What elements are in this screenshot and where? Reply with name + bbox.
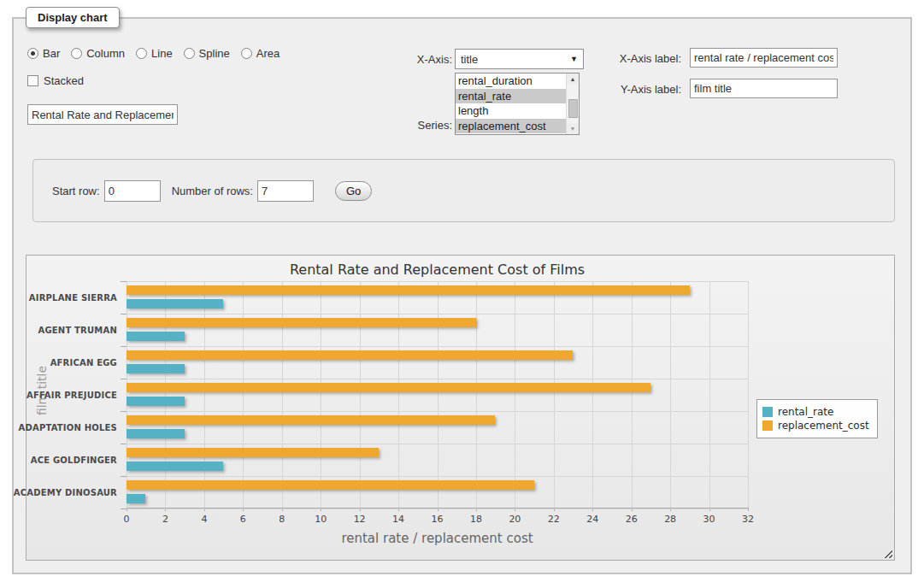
radio-label: Column xyxy=(86,47,125,60)
chart-type-option-bar[interactable]: Bar xyxy=(27,47,60,60)
x-tick-label: 22 xyxy=(548,514,560,525)
y-tick xyxy=(121,444,127,444)
series-multiselect[interactable]: rental_durationrental_ratelengthreplacem… xyxy=(455,73,580,135)
bar-rental_rate[interactable] xyxy=(127,397,185,406)
grid-line-vertical xyxy=(321,281,321,508)
grid-line-vertical xyxy=(554,281,555,508)
y-axis-label-input[interactable] xyxy=(690,79,838,98)
bar-rental_rate[interactable] xyxy=(127,461,223,471)
plot-area xyxy=(127,281,748,509)
bar-replacement_cost[interactable] xyxy=(127,448,379,457)
radio-button[interactable] xyxy=(241,48,252,59)
legend-swatch xyxy=(762,407,773,417)
y-tick xyxy=(121,379,127,379)
radio-label: Bar xyxy=(43,47,60,60)
grid-line-horizontal xyxy=(127,346,748,347)
bar-rental_rate[interactable] xyxy=(127,429,185,438)
chart-type-option-column[interactable]: Column xyxy=(71,47,125,60)
x-axis-label-field-label: X-Axis label: xyxy=(560,52,681,65)
radio-button[interactable] xyxy=(184,48,195,59)
x-tick-label: 8 xyxy=(279,514,285,525)
category-label: AGENT TRUMAN xyxy=(38,326,117,335)
row-range-panel: Start row: Number of rows: Go xyxy=(32,159,895,222)
x-tick-label: 20 xyxy=(509,514,521,525)
category-labels: AIRPLANE SIERRAAGENT TRUMANAFRICAN EGGAF… xyxy=(28,281,122,509)
chart-type-option-spline[interactable]: Spline xyxy=(184,47,230,60)
chart-type-option-area[interactable]: Area xyxy=(241,47,280,60)
x-tick-label: 24 xyxy=(586,514,598,525)
x-axis-title: rental rate / replacement cost xyxy=(127,531,748,546)
x-tick-label: 0 xyxy=(124,514,130,525)
chart-container: Rental Rate and Replacement Cost of Film… xyxy=(26,255,895,561)
x-tick xyxy=(748,508,749,511)
grid-line-horizontal xyxy=(127,379,748,379)
bar-rental_rate[interactable] xyxy=(127,364,185,373)
grid-line-vertical xyxy=(398,281,399,508)
y-tick xyxy=(121,476,127,477)
grid-line-horizontal xyxy=(127,476,748,477)
chart-title-input[interactable] xyxy=(27,104,178,125)
category-label: ACE GOLDFINGER xyxy=(31,456,117,465)
bar-replacement_cost[interactable] xyxy=(127,480,534,490)
category-label: AIRPLANE SIERRA xyxy=(29,293,117,303)
x-tick-label: 32 xyxy=(742,514,754,525)
grid-line-horizontal xyxy=(127,281,748,282)
stacked-checkbox-row[interactable]: Stacked xyxy=(27,74,84,87)
bar-replacement_cost[interactable] xyxy=(127,318,476,327)
x-tick-label: 12 xyxy=(354,514,366,525)
chart-legend: rental_ratereplacement_cost xyxy=(756,399,878,438)
chart-type-option-line[interactable]: Line xyxy=(136,47,173,60)
series-option-replacement_cost[interactable]: replacement_cost xyxy=(456,119,566,134)
series-option-rental_rate[interactable]: rental_rate xyxy=(456,89,566,104)
chart-type-radio-group: BarColumnLineSplineArea xyxy=(27,47,291,60)
grid-line-vertical xyxy=(438,281,438,508)
bar-replacement_cost[interactable] xyxy=(127,415,495,425)
num-rows-input[interactable] xyxy=(257,180,314,202)
grid-line-vertical xyxy=(165,281,166,508)
x-tick-label: 30 xyxy=(703,514,715,525)
x-axis-label: X-Axis: xyxy=(384,53,452,66)
go-button[interactable]: Go xyxy=(335,181,372,201)
x-axis-label-input[interactable] xyxy=(690,48,838,68)
bar-replacement_cost[interactable] xyxy=(127,350,573,360)
grid-line-vertical xyxy=(204,281,205,508)
radio-button[interactable] xyxy=(71,48,82,59)
grid-line-vertical xyxy=(748,281,749,508)
x-tick-label: 14 xyxy=(392,514,404,525)
x-tick-label: 28 xyxy=(664,514,676,525)
legend-item-rental_rate[interactable]: rental_rate xyxy=(762,406,869,418)
series-options: rental_durationrental_ratelengthreplacem… xyxy=(456,73,566,133)
bar-rental_rate[interactable] xyxy=(127,299,223,309)
x-tick-label: 10 xyxy=(315,514,327,525)
category-label: ACADEMY DINOSAUR xyxy=(14,488,117,497)
y-tick xyxy=(121,509,127,509)
start-row-label: Start row: xyxy=(52,185,100,197)
y-tick xyxy=(121,281,127,282)
bar-rental_rate[interactable] xyxy=(127,494,145,503)
x-tick-label: 4 xyxy=(201,514,207,525)
grid-line-vertical xyxy=(360,281,361,508)
start-row-input[interactable] xyxy=(104,180,161,202)
bar-rental_rate[interactable] xyxy=(127,332,185,341)
resize-handle-icon[interactable] xyxy=(883,549,892,558)
series-option-rental_duration[interactable]: rental_duration xyxy=(456,73,566,89)
y-tick xyxy=(121,346,127,347)
legend-item-replacement_cost[interactable]: replacement_cost xyxy=(762,420,869,432)
fieldset-legend: Display chart xyxy=(26,7,120,28)
x-tick-label: 2 xyxy=(162,514,168,525)
radio-button[interactable] xyxy=(27,48,38,59)
stacked-checkbox[interactable] xyxy=(27,75,38,86)
num-rows-label: Number of rows: xyxy=(172,185,253,197)
series-label: Series: xyxy=(384,119,452,132)
grid-line-horizontal xyxy=(127,444,748,444)
grid-line-horizontal xyxy=(127,509,748,509)
grid-line-vertical xyxy=(282,281,283,508)
scrollbar-thumb[interactable] xyxy=(568,99,578,118)
radio-button[interactable] xyxy=(136,48,147,59)
radio-label: Line xyxy=(151,47,173,60)
bar-replacement_cost[interactable] xyxy=(127,285,690,295)
series-option-length[interactable]: length xyxy=(456,103,566,119)
scroll-down-icon[interactable]: ▼ xyxy=(567,123,579,134)
x-tick-labels: 02468101214161820222426283032 xyxy=(127,514,748,526)
bar-replacement_cost[interactable] xyxy=(127,383,650,392)
